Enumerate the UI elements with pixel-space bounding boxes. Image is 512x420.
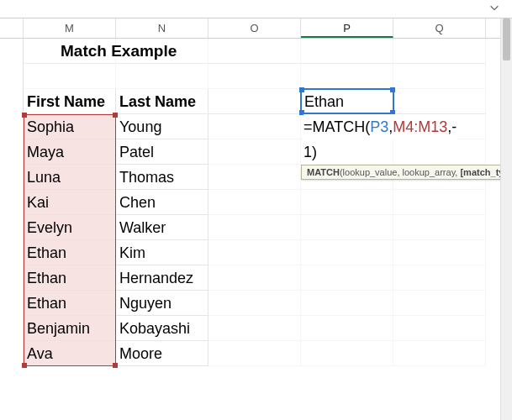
- cell-first[interactable]: Ethan: [24, 240, 116, 265]
- cell[interactable]: [393, 89, 486, 114]
- cell[interactable]: [208, 114, 301, 139]
- cell[interactable]: [208, 64, 301, 89]
- chevron-down-icon[interactable]: [488, 2, 500, 17]
- cell[interactable]: [393, 240, 486, 265]
- cell[interactable]: [393, 291, 486, 316]
- cell-first[interactable]: Evelyn: [24, 215, 116, 240]
- cell[interactable]: [116, 64, 208, 89]
- cell[interactable]: [116, 39, 208, 64]
- cell-first[interactable]: Luna: [24, 165, 116, 190]
- cell[interactable]: [393, 341, 486, 366]
- cell-first[interactable]: Maya: [24, 139, 116, 165]
- cell[interactable]: [301, 291, 393, 316]
- cell[interactable]: [301, 316, 393, 341]
- cell[interactable]: [393, 190, 486, 215]
- cell[interactable]: [208, 316, 301, 341]
- cell[interactable]: [393, 139, 486, 165]
- formula-cell[interactable]: [301, 114, 393, 139]
- cell[interactable]: [301, 64, 393, 89]
- col-header-P[interactable]: P: [301, 18, 393, 38]
- col-header-Q[interactable]: Q: [393, 18, 486, 38]
- cell[interactable]: [208, 139, 301, 165]
- col-header-M[interactable]: M: [24, 18, 116, 38]
- cell[interactable]: [301, 190, 393, 215]
- vertical-scrollbar[interactable]: [500, 18, 512, 420]
- col-header-O[interactable]: O: [208, 18, 301, 38]
- cell[interactable]: [208, 165, 301, 190]
- cell[interactable]: [301, 139, 393, 165]
- cell-first[interactable]: Benjamin: [24, 316, 116, 341]
- cell[interactable]: [208, 39, 301, 64]
- grid[interactable]: M N O P Q Match Example: [0, 18, 500, 420]
- cell[interactable]: [208, 190, 301, 215]
- cell-last[interactable]: Nguyen: [116, 291, 208, 316]
- cell[interactable]: [301, 240, 393, 265]
- cell-last[interactable]: Patel: [116, 139, 208, 165]
- cell-last[interactable]: Moore: [116, 341, 208, 366]
- cell-last[interactable]: Hernandez: [116, 265, 208, 291]
- cell-last[interactable]: Walker: [116, 215, 208, 240]
- cell[interactable]: [208, 215, 301, 240]
- cell-first[interactable]: Ava: [24, 341, 116, 366]
- hdr-first-name: First Name: [24, 89, 116, 114]
- cell[interactable]: [208, 240, 301, 265]
- cell-first[interactable]: Kai: [24, 190, 116, 215]
- cell[interactable]: [301, 341, 393, 366]
- column-headers[interactable]: M N O P Q: [0, 18, 500, 39]
- cell-last[interactable]: Young: [116, 114, 208, 139]
- cell[interactable]: [301, 215, 393, 240]
- window-toolbar: [0, 0, 512, 18]
- cell[interactable]: [301, 39, 393, 64]
- cell-last[interactable]: Thomas: [116, 165, 208, 190]
- title-cell: Match Example: [24, 39, 116, 64]
- cells-body[interactable]: Match Example First Name Last Name: [0, 39, 500, 366]
- select-all-corner[interactable]: [0, 18, 24, 38]
- cell-last[interactable]: Chen: [116, 190, 208, 215]
- cell-first[interactable]: Ethan: [24, 265, 116, 291]
- cell[interactable]: [208, 291, 301, 316]
- cell[interactable]: [393, 215, 486, 240]
- function-tooltip: MATCH(lookup_value, lookup_array, [match…: [301, 165, 512, 180]
- cell[interactable]: [24, 64, 116, 89]
- cell[interactable]: [208, 265, 301, 291]
- scrollbar-thumb[interactable]: [503, 18, 510, 60]
- cell[interactable]: [208, 89, 301, 114]
- cell[interactable]: [393, 114, 486, 139]
- hdr-last-name: Last Name: [116, 89, 208, 114]
- cell[interactable]: [393, 316, 486, 341]
- cell[interactable]: [301, 265, 393, 291]
- cell[interactable]: [208, 341, 301, 366]
- cell-last[interactable]: Kobayashi: [116, 316, 208, 341]
- cell-first[interactable]: Sophia: [24, 114, 116, 139]
- col-header-N[interactable]: N: [116, 18, 208, 38]
- spreadsheet-area[interactable]: M N O P Q Match Example: [0, 18, 512, 420]
- lookup-value-cell[interactable]: Ethan: [301, 89, 393, 114]
- cell-first[interactable]: Ethan: [24, 291, 116, 316]
- cell[interactable]: [393, 64, 486, 89]
- cell[interactable]: [393, 39, 486, 64]
- cell-last[interactable]: Kim: [116, 240, 208, 265]
- cell[interactable]: [393, 265, 486, 291]
